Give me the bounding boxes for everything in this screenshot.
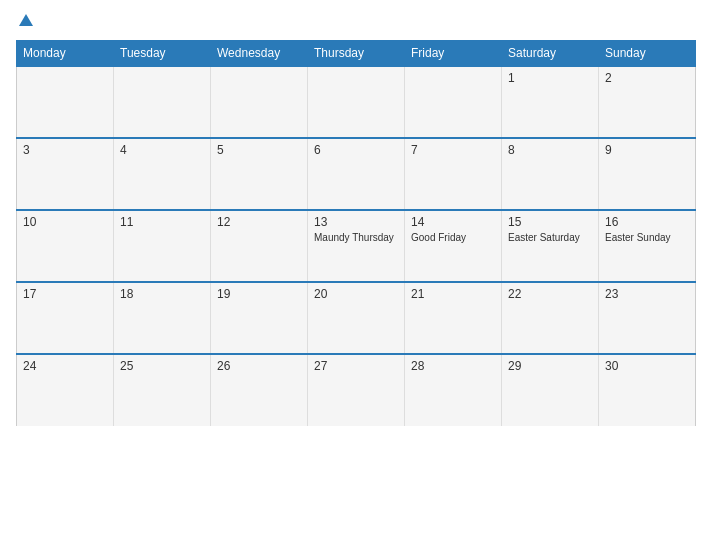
col-header-saturday: Saturday (502, 41, 599, 67)
day-number: 15 (508, 215, 592, 229)
calendar-cell (17, 66, 114, 138)
calendar-cell: 23 (599, 282, 696, 354)
calendar-cell: 20 (308, 282, 405, 354)
day-event: Easter Saturday (508, 231, 592, 244)
calendar-cell (308, 66, 405, 138)
day-number: 23 (605, 287, 689, 301)
calendar-cell: 13Maundy Thursday (308, 210, 405, 282)
calendar-week-row: 3456789 (17, 138, 696, 210)
calendar-cell: 30 (599, 354, 696, 426)
col-header-sunday: Sunday (599, 41, 696, 67)
day-number: 24 (23, 359, 107, 373)
day-event: Easter Sunday (605, 231, 689, 244)
calendar-cell: 27 (308, 354, 405, 426)
col-header-tuesday: Tuesday (114, 41, 211, 67)
calendar-cell: 19 (211, 282, 308, 354)
calendar-cell: 4 (114, 138, 211, 210)
day-number: 19 (217, 287, 301, 301)
calendar-cell: 7 (405, 138, 502, 210)
calendar-week-row: 12 (17, 66, 696, 138)
day-event: Good Friday (411, 231, 495, 244)
day-number: 5 (217, 143, 301, 157)
col-header-thursday: Thursday (308, 41, 405, 67)
calendar-cell: 15Easter Saturday (502, 210, 599, 282)
calendar-cell: 17 (17, 282, 114, 354)
col-header-friday: Friday (405, 41, 502, 67)
day-number: 29 (508, 359, 592, 373)
col-header-wednesday: Wednesday (211, 41, 308, 67)
day-number: 27 (314, 359, 398, 373)
calendar-header-row: MondayTuesdayWednesdayThursdayFridaySatu… (17, 41, 696, 67)
calendar-week-row: 10111213Maundy Thursday14Good Friday15Ea… (17, 210, 696, 282)
day-number: 3 (23, 143, 107, 157)
calendar-week-row: 24252627282930 (17, 354, 696, 426)
day-number: 25 (120, 359, 204, 373)
calendar-cell: 24 (17, 354, 114, 426)
logo-icon (17, 12, 35, 30)
calendar-cell: 3 (17, 138, 114, 210)
day-number: 17 (23, 287, 107, 301)
day-number: 13 (314, 215, 398, 229)
day-number: 21 (411, 287, 495, 301)
day-number: 26 (217, 359, 301, 373)
calendar-cell: 21 (405, 282, 502, 354)
calendar-cell: 12 (211, 210, 308, 282)
calendar-week-row: 17181920212223 (17, 282, 696, 354)
day-number: 22 (508, 287, 592, 301)
calendar-cell (405, 66, 502, 138)
calendar-cell: 29 (502, 354, 599, 426)
day-number: 11 (120, 215, 204, 229)
calendar-cell: 8 (502, 138, 599, 210)
day-event: Maundy Thursday (314, 231, 398, 244)
calendar-page: MondayTuesdayWednesdayThursdayFridaySatu… (0, 0, 712, 550)
day-number: 16 (605, 215, 689, 229)
day-number: 14 (411, 215, 495, 229)
calendar-cell: 28 (405, 354, 502, 426)
calendar-cell: 2 (599, 66, 696, 138)
day-number: 2 (605, 71, 689, 85)
calendar-cell: 22 (502, 282, 599, 354)
day-number: 1 (508, 71, 592, 85)
day-number: 4 (120, 143, 204, 157)
calendar-cell: 6 (308, 138, 405, 210)
calendar-cell: 25 (114, 354, 211, 426)
calendar-cell: 14Good Friday (405, 210, 502, 282)
logo (16, 12, 35, 30)
day-number: 7 (411, 143, 495, 157)
header (16, 12, 696, 30)
calendar-cell: 11 (114, 210, 211, 282)
calendar-cell: 16Easter Sunday (599, 210, 696, 282)
calendar-cell (211, 66, 308, 138)
day-number: 28 (411, 359, 495, 373)
calendar-cell: 5 (211, 138, 308, 210)
calendar-cell: 9 (599, 138, 696, 210)
calendar-cell: 1 (502, 66, 599, 138)
day-number: 12 (217, 215, 301, 229)
calendar-cell: 26 (211, 354, 308, 426)
svg-marker-0 (19, 14, 33, 26)
day-number: 10 (23, 215, 107, 229)
calendar-cell: 10 (17, 210, 114, 282)
day-number: 18 (120, 287, 204, 301)
calendar-table: MondayTuesdayWednesdayThursdayFridaySatu… (16, 40, 696, 426)
col-header-monday: Monday (17, 41, 114, 67)
day-number: 9 (605, 143, 689, 157)
day-number: 30 (605, 359, 689, 373)
day-number: 20 (314, 287, 398, 301)
day-number: 8 (508, 143, 592, 157)
calendar-cell: 18 (114, 282, 211, 354)
calendar-cell (114, 66, 211, 138)
day-number: 6 (314, 143, 398, 157)
